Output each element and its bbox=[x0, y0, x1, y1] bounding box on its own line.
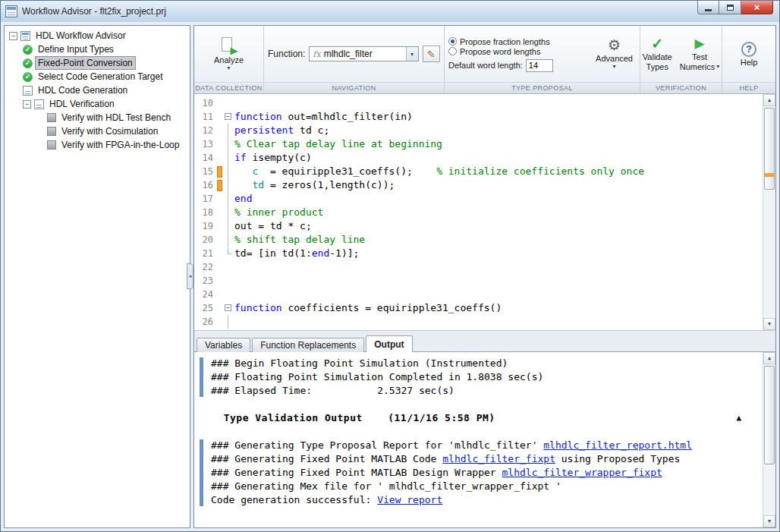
radio-icon bbox=[448, 47, 457, 55]
tree-item-select-code-generation-target[interactable]: ✓Select Code Generation Target bbox=[5, 70, 190, 83]
chevron-down-icon: ▾ bbox=[410, 51, 414, 58]
section-label-verification: VERIFICATION bbox=[640, 82, 722, 93]
task-box-icon bbox=[47, 140, 56, 150]
code-fold-toggle[interactable]: − bbox=[225, 304, 231, 311]
instrumentation-marker[interactable] bbox=[217, 165, 222, 178]
code-text: td= [in td(1:end-1)]; bbox=[233, 247, 763, 260]
line-number: 26 bbox=[194, 315, 217, 329]
code-fold-toggle[interactable]: − bbox=[225, 113, 231, 120]
radio-icon bbox=[448, 37, 457, 46]
output-scrollbar-track[interactable] bbox=[763, 364, 775, 515]
restore-button[interactable] bbox=[719, 1, 741, 14]
advanced-button[interactable]: ⚙ Advanced ▾ bbox=[596, 38, 633, 70]
output-link[interactable]: mlhdlc_filter_fixpt bbox=[442, 453, 555, 464]
radio-propose-word-lengths[interactable]: Propose word lengths bbox=[448, 47, 553, 56]
line-number: 19 bbox=[194, 219, 217, 233]
play-icon: ▶ bbox=[694, 36, 704, 52]
output-link[interactable]: View report bbox=[377, 494, 442, 505]
scroll-up-button[interactable]: ▲ bbox=[763, 94, 775, 106]
app-icon bbox=[5, 5, 17, 17]
output-tabbar: VariablesFunction ReplacementsOutput bbox=[194, 335, 775, 352]
output-line: ### Generating Fixed Point MATLAB Design… bbox=[211, 466, 763, 480]
sidebar-collapse-handle[interactable]: ◄ bbox=[187, 263, 193, 289]
title-bar[interactable]: Workflow Advisor - flt2fix_project.prj × bbox=[1, 1, 779, 22]
code-line-18: 18% inner product bbox=[194, 206, 763, 219]
radio-group: Propose fraction lengthsPropose word len… bbox=[448, 36, 553, 57]
tree-item-fixed-point-conversion[interactable]: ✓Fixed-Point Conversion bbox=[5, 56, 190, 70]
line-number: 15 bbox=[194, 165, 217, 178]
tree-item-hdl-workflow-advisor[interactable]: − HDL Workflow Advisor bbox=[5, 29, 190, 42]
instrumentation-marker[interactable] bbox=[217, 178, 222, 192]
window-title: Workflow Advisor - flt2fix_project.prj bbox=[22, 6, 775, 17]
tree-item-verify-with-fpga-in-the-loop[interactable]: Verify with FPGA-in-the-Loop bbox=[5, 138, 190, 152]
output-link[interactable]: mlhdlc_filter_wrapper_fixpt bbox=[502, 467, 662, 478]
validate-types-button[interactable]: ✓ Validate Types bbox=[643, 36, 672, 71]
code-line-24: 24 bbox=[194, 288, 763, 301]
code-line-21: 21td= [in td(1:end-1)]; bbox=[194, 247, 763, 260]
analyze-button[interactable]: ▶ Analyze ▾ bbox=[214, 37, 244, 71]
tree-item-label: Verify with FPGA-in-the-Loop bbox=[59, 139, 181, 151]
output-scrollbar-thumb[interactable] bbox=[764, 366, 775, 464]
output-content: ### Begin Floating Point Simulation (Ins… bbox=[194, 352, 763, 527]
code-line-25: 25−function coefficients = equiripple31_… bbox=[194, 301, 763, 315]
scroll-up-button[interactable]: ▲ bbox=[763, 352, 775, 364]
tree-item-label: HDL Workflow Advisor bbox=[33, 30, 128, 42]
tree-expand-toggle[interactable]: − bbox=[9, 32, 17, 40]
editor-scrollbar-thumb[interactable] bbox=[764, 108, 775, 190]
tab-output[interactable]: Output bbox=[366, 335, 412, 352]
output-blank-line bbox=[197, 425, 763, 439]
tree-item-verify-with-hdl-test-bench[interactable]: Verify with HDL Test Bench bbox=[5, 111, 190, 124]
output-link[interactable]: mlhdlc_filter_report.html bbox=[543, 439, 692, 451]
close-button[interactable]: × bbox=[741, 1, 773, 14]
tree-item-define-input-types[interactable]: ✓Define Input Types bbox=[5, 42, 190, 56]
tree-items: ✓Define Input Types✓Fixed-Point Conversi… bbox=[5, 42, 190, 152]
edit-function-button[interactable]: ✎ bbox=[423, 46, 440, 62]
test-numerics-button[interactable]: ▶ Test Numerics ▾ bbox=[680, 36, 719, 71]
pencil-icon: ✎ bbox=[427, 49, 436, 60]
dropdown-arrow-icon: ▾ bbox=[227, 65, 230, 71]
help-button[interactable]: ? Help bbox=[741, 42, 758, 67]
scroll-down-button[interactable]: ▼ bbox=[763, 515, 775, 527]
code-line-22: 22 bbox=[194, 260, 763, 274]
code-line-13: 13% Clear tap delay line at beginning bbox=[194, 137, 763, 151]
code-editor[interactable]: 1011−function out=mlhdlc_filter(in)12per… bbox=[194, 94, 775, 331]
scrollbar-orange-marker bbox=[765, 173, 774, 177]
line-number: 11 bbox=[194, 110, 217, 124]
default-word-length-input[interactable] bbox=[526, 59, 553, 72]
green-check-icon: ✓ bbox=[23, 45, 33, 55]
tree-item-hdl-verification[interactable]: −HDL Verification bbox=[5, 97, 190, 111]
output-line: ### Generating Mex file for ' mlhdlc_fil… bbox=[211, 480, 763, 493]
tree-item-label: Fixed-Point Conversion bbox=[36, 57, 135, 69]
combo-dropdown-button[interactable]: ▾ bbox=[406, 47, 418, 61]
line-number: 20 bbox=[194, 233, 217, 247]
radio-propose-fraction-lengths[interactable]: Propose fraction lengths bbox=[448, 37, 553, 46]
output-line: ### Floating Point Simulation Completed … bbox=[211, 370, 763, 384]
output-scrollbar[interactable]: ▲ ▼ bbox=[763, 352, 775, 527]
close-icon: × bbox=[754, 2, 760, 13]
tree-expand-toggle[interactable]: − bbox=[23, 100, 31, 109]
code-line-10: 10 bbox=[194, 96, 763, 110]
gear-icon: ⚙ bbox=[608, 38, 621, 53]
code-line-16: 16 td = zeros(1,length(c)); bbox=[194, 178, 763, 192]
workflow-advisor-window: Workflow Advisor - flt2fix_project.prj ×… bbox=[0, 0, 780, 532]
tab-variables[interactable]: Variables bbox=[197, 338, 250, 352]
fx-icon: fx bbox=[313, 49, 320, 59]
dropdown-arrow-icon: ▾ bbox=[613, 64, 616, 70]
tree-item-verify-with-cosimulation[interactable]: Verify with Cosimulation bbox=[5, 124, 190, 138]
minimize-button[interactable] bbox=[697, 1, 719, 14]
scroll-down-button[interactable]: ▼ bbox=[763, 318, 775, 330]
code-line-17: 17end bbox=[194, 192, 763, 206]
editor-scrollbar[interactable]: ▲ ▼ bbox=[763, 94, 775, 330]
word-length-label: Default word length: bbox=[448, 61, 523, 70]
tree-item-hdl-code-generation[interactable]: HDL Code Generation bbox=[5, 83, 190, 97]
code-text: c = equiripple31_coeffs(); % initialize … bbox=[233, 165, 763, 178]
collapse-section-icon[interactable]: ▲ bbox=[736, 411, 741, 425]
output-section-title: Type Validation Output (11/1/16 5:58 PM) bbox=[211, 411, 495, 425]
advanced-label: Advanced bbox=[596, 54, 633, 63]
editor-scrollbar-track[interactable] bbox=[763, 106, 775, 318]
function-combobox[interactable]: fx mlhdlc_filter ▾ bbox=[309, 46, 418, 61]
line-number: 23 bbox=[194, 274, 217, 288]
output-block: ### Generating Type Proposal Report for … bbox=[197, 439, 763, 507]
tab-function-replacements[interactable]: Function Replacements bbox=[252, 338, 364, 352]
code-text bbox=[233, 274, 763, 288]
